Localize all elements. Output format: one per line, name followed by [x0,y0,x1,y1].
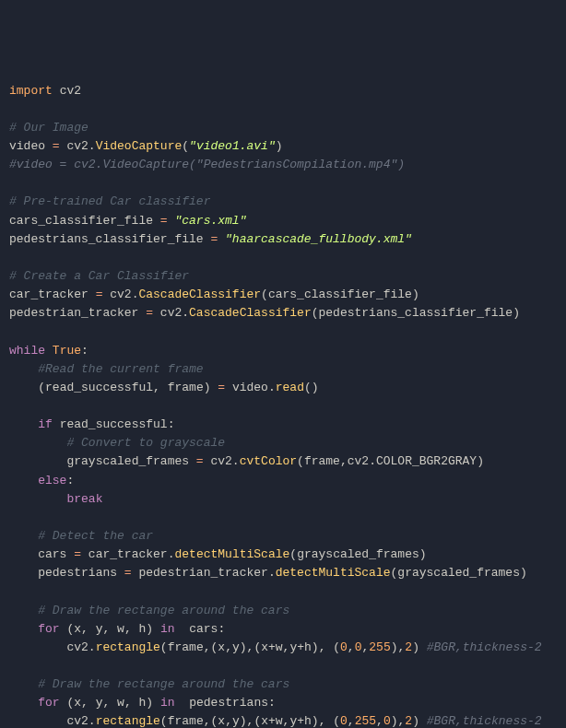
keyword-for: for [38,696,59,710]
fn: detectMultiScale [174,547,289,561]
op: = [88,288,110,301]
obj: car_tracker [88,547,168,561]
fn: cvtColor [240,454,297,468]
fn: rectangle [96,640,160,654]
var: video [9,139,45,153]
op: = [138,306,159,320]
const: COLOR_BGR2GRAY [376,454,477,468]
fn: read [276,381,304,394]
comment: # Convert to grayscale [66,436,225,450]
var: pedestrians_classifier_file [9,232,204,246]
string: "video1.avi" [189,139,276,153]
cond: read_successful [60,417,168,431]
keyword-for: for [38,622,59,636]
var: x [74,622,81,636]
iter: cars [189,622,218,636]
num: 255 [369,640,390,654]
comment: # Draw the rectange around the cars [38,677,289,691]
dot: . [88,139,96,153]
var: cars [38,547,66,561]
keyword-in: in [160,622,175,636]
comment: # Create a Car Classifier [9,269,189,283]
keyword-while: while [9,344,45,358]
comment: # Detect the car [38,529,153,543]
var: frame [168,381,204,394]
op: = [153,214,174,228]
paren: ( [182,139,189,153]
num: 2 [405,640,412,654]
fn: rectangle [96,714,160,728]
arg: pedestrians_classifier_file [319,306,513,320]
comment: #BGR,thickness-2 [427,640,542,654]
var: car_tracker [9,288,88,301]
arg: frame [304,454,340,468]
keyword-in: in [160,696,175,710]
paren: ) [276,139,283,153]
keyword-import: import [9,84,53,98]
arg: grayscaled_frames [297,547,419,561]
keyword-else: else [38,474,66,487]
arg: cars_classifier_file [268,288,412,301]
obj: cv2 [110,288,131,301]
arg: frame [168,640,204,654]
comment: #Read the current frame [38,362,203,376]
obj: cv2 [66,139,88,153]
fn: CascadeClassifier [138,288,261,301]
op: = [204,232,225,246]
fn: CascadeClassifier [189,306,312,320]
obj: pedestrian_tracker [138,566,267,580]
comment: # Our Image [9,121,88,135]
var: video [232,381,268,394]
comment: # Draw the rectange around the cars [38,604,289,617]
string: "haarcascade_fullbody.xml" [225,232,412,246]
var: w [117,622,124,636]
iter: pedestrians [189,696,268,710]
var: grayscaled_frames [66,454,189,468]
keyword-if: if [38,417,53,431]
fn: detectMultiScale [276,566,391,580]
arg: cv2 [348,454,369,468]
comment: #BGR,thickness-2 [427,714,542,728]
num: 0 [340,640,348,654]
bool-true: True [53,344,81,358]
keyword-break: break [66,492,102,506]
string: "cars.xml" [174,214,246,228]
code-editor: import cv2 # Our Image video = cv2.Video… [9,82,557,728]
comment: # Pre-trained Car classifier [9,194,210,208]
op: = [45,139,66,153]
fn: VideoCapture [96,139,183,153]
var: pedestrians [38,566,117,580]
module-cv2: cv2 [60,84,81,98]
var: read_successful [45,381,153,394]
comment: #video = cv2.VideoCapture("PedestriansCo… [9,158,405,171]
var: pedestrian_tracker [9,306,138,320]
arg: grayscaled_frames [397,566,520,580]
var: cars_classifier_file [9,214,153,228]
